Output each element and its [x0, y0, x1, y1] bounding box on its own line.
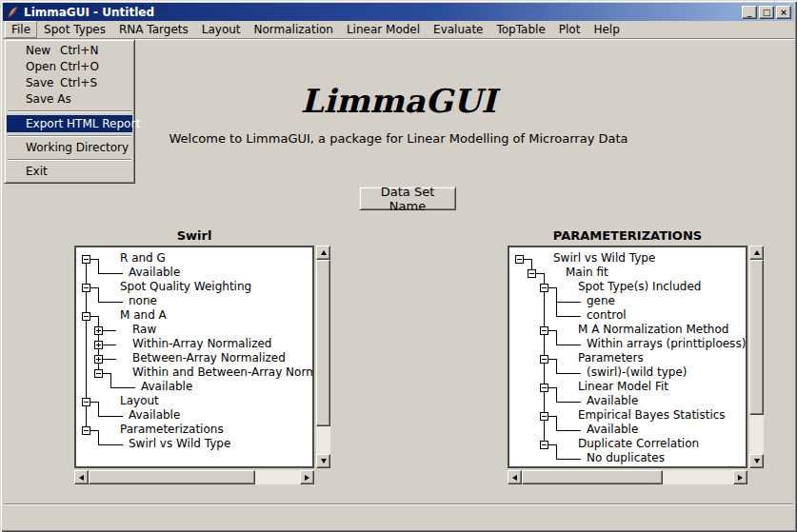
- tree-node-label[interactable]: Within arrays (printtiploess) a: [587, 337, 747, 351]
- titlebar[interactable]: LimmaGUI - Untitled _ □ ×: [3, 3, 794, 21]
- hscrollbar-thumb[interactable]: [89, 470, 255, 484]
- expand-box-minus[interactable]: [94, 369, 103, 378]
- tree-node-label[interactable]: Empirical Bayes Statistics: [578, 408, 726, 423]
- tree-node-label[interactable]: Main fit: [566, 266, 608, 280]
- expand-box-minus[interactable]: [540, 355, 548, 364]
- tree-node-label[interactable]: Spot Quality Weighting: [120, 280, 251, 294]
- triangle-right-icon: [738, 475, 743, 481]
- menuitem-new[interactable]: NewCtrl+N: [7, 43, 132, 59]
- menu-linear-model[interactable]: Linear Model: [340, 21, 427, 38]
- menuitem-save-as[interactable]: Save As: [7, 91, 132, 108]
- menu-plot[interactable]: Plot: [552, 21, 588, 38]
- tree-node-label[interactable]: M A Normalization Method: [578, 323, 728, 337]
- expand-box-minus[interactable]: [82, 284, 90, 292]
- tree-node-label[interactable]: none: [129, 294, 157, 308]
- tree-line: [110, 373, 111, 387]
- hscrollbar-track[interactable]: [522, 470, 733, 484]
- expand-box-plus[interactable]: [94, 341, 103, 349]
- tree-node-label[interactable]: R and G: [120, 251, 166, 266]
- menu-file[interactable]: File: [5, 21, 37, 38]
- menu-normalization[interactable]: Normalization: [248, 21, 340, 38]
- scroll-down-button[interactable]: [316, 454, 330, 468]
- vscrollbar-track[interactable]: [316, 260, 330, 454]
- expand-box-minus[interactable]: [540, 441, 548, 449]
- menuitem-label: Export HTML Report: [26, 117, 140, 130]
- menu-layout[interactable]: Layout: [195, 21, 248, 38]
- expand-box-minus[interactable]: [82, 398, 90, 406]
- tree-line: [98, 430, 99, 444]
- triangle-up-icon: [321, 250, 327, 255]
- tree-line: [556, 359, 557, 373]
- tree-node-label[interactable]: Parameterizations: [120, 423, 224, 437]
- tree-node-label[interactable]: Available: [587, 423, 638, 437]
- triangle-up-icon: [754, 250, 760, 255]
- menuitem-save[interactable]: SaveCtrl+S: [7, 75, 132, 91]
- expand-box-minus[interactable]: [515, 255, 524, 264]
- scroll-left-button[interactable]: [74, 470, 89, 484]
- expand-box-minus[interactable]: [540, 384, 548, 392]
- menu-rna-targets[interactable]: RNA Targets: [112, 21, 195, 38]
- expand-box-minus[interactable]: [540, 412, 548, 421]
- data-set-name-button[interactable]: Data Set Name: [359, 187, 456, 210]
- close-button[interactable]: ×: [776, 6, 791, 19]
- tree-node-label[interactable]: Swirl vs Wild Type: [129, 437, 230, 451]
- menuitem-label: Save As: [26, 92, 71, 106]
- tree-node-label[interactable]: control: [587, 308, 627, 323]
- scroll-up-button[interactable]: [749, 246, 764, 260]
- tree-node-label[interactable]: Between-Array Normalized: [132, 351, 286, 365]
- scroll-down-button[interactable]: [749, 454, 764, 468]
- tree-node-label[interactable]: Within and Between-Array Norm: [132, 365, 314, 380]
- tree-node-label[interactable]: Available: [129, 408, 180, 423]
- tree-node-label[interactable]: Raw: [132, 323, 156, 337]
- expand-box-minus[interactable]: [82, 426, 90, 435]
- scroll-up-button[interactable]: [316, 246, 330, 260]
- vscrollbar-thumb[interactable]: [749, 260, 764, 415]
- menu-toptable[interactable]: TopTable: [489, 21, 551, 38]
- expand-box-minus[interactable]: [540, 326, 548, 335]
- expand-box-plus[interactable]: [94, 326, 103, 335]
- hscrollbar-track[interactable]: [89, 470, 300, 484]
- tree-line: [110, 387, 135, 388]
- expand-box-minus[interactable]: [82, 255, 90, 264]
- minimize-button[interactable]: _: [742, 6, 757, 19]
- tree-node-label[interactable]: (swirl)-(wild type): [587, 365, 687, 380]
- tree-node-label[interactable]: Available: [141, 380, 192, 394]
- expand-box-minus[interactable]: [528, 269, 536, 278]
- tree-node-label[interactable]: gene: [587, 294, 615, 308]
- dataset-tree-panel: Swirl R and GAvailableSpot Quality Weigh…: [74, 228, 330, 485]
- menuitem-open[interactable]: OpenCtrl+O: [7, 59, 132, 75]
- tree-line: [98, 302, 123, 303]
- tree-node-label[interactable]: Spot Type(s) Included: [578, 280, 701, 294]
- vscrollbar-thumb[interactable]: [316, 260, 330, 426]
- menu-evaluate[interactable]: Evaluate: [427, 21, 489, 38]
- menu-help[interactable]: Help: [587, 21, 626, 38]
- menuitem-exit[interactable]: Exit: [7, 164, 132, 180]
- tree-node-label[interactable]: Within-Array Normalized: [132, 337, 271, 351]
- tree-line: [548, 359, 556, 360]
- tree-node-label[interactable]: Linear Model Fit: [578, 380, 668, 394]
- menuitem-export-html-report[interactable]: Export HTML Report: [7, 115, 132, 132]
- vscrollbar-track[interactable]: [749, 260, 764, 454]
- tree-node-label[interactable]: Duplicate Correlation: [578, 437, 699, 451]
- scroll-right-button[interactable]: [733, 470, 747, 484]
- tree-line: [103, 359, 116, 360]
- scroll-left-button[interactable]: [508, 470, 522, 484]
- menuitem-working-directory[interactable]: Working Directory: [7, 140, 132, 156]
- tree-line: [556, 345, 581, 345]
- tree-node-label[interactable]: Parameters: [578, 351, 644, 365]
- tree-node-label[interactable]: No duplicates: [587, 451, 665, 465]
- menu-spot-types[interactable]: Spot Types: [37, 21, 112, 38]
- tree-node-label[interactable]: Available: [129, 266, 180, 280]
- scroll-right-button[interactable]: [300, 470, 314, 484]
- hscrollbar-thumb[interactable]: [522, 470, 663, 484]
- menu-separator: [8, 159, 131, 161]
- tree-node-label[interactable]: Layout: [120, 394, 159, 408]
- tree-node-label[interactable]: Available: [587, 394, 638, 408]
- tree-node-label[interactable]: M and A: [120, 308, 167, 323]
- expand-box-plus[interactable]: [94, 355, 103, 364]
- expand-box-minus[interactable]: [540, 284, 548, 292]
- expand-box-minus[interactable]: [82, 312, 90, 321]
- maximize-button[interactable]: □: [759, 6, 774, 19]
- tree-line: [90, 316, 98, 317]
- tree-node-label[interactable]: Swirl vs Wild Type: [553, 251, 655, 266]
